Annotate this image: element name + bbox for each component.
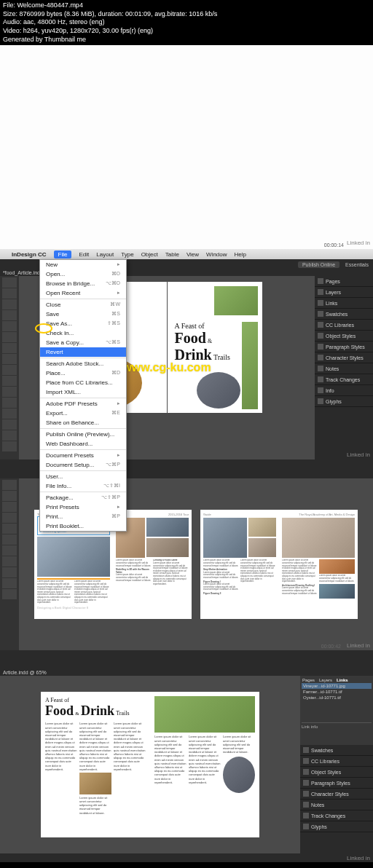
panel-notes[interactable]: Notes bbox=[315, 363, 373, 374]
menu-help[interactable]: Help bbox=[235, 251, 246, 258]
direct-selection-tool-icon[interactable] bbox=[2, 288, 17, 299]
menu-view[interactable]: View bbox=[186, 251, 199, 258]
menu-object[interactable]: Object bbox=[141, 251, 158, 258]
scissors-tool-icon[interactable] bbox=[2, 387, 17, 397]
mac-menubar[interactable]: InDesign CC File Edit Layout Type Object… bbox=[0, 249, 373, 259]
type-tool-icon[interactable] bbox=[2, 524, 17, 534]
spread-page-3[interactable]: Guide Lorem ipsum dolor sit amet consect… bbox=[200, 510, 279, 619]
panel-cc-libraries[interactable]: CC Libraries bbox=[300, 756, 373, 767]
panel-cc-libraries[interactable]: CC Libraries bbox=[315, 320, 373, 331]
menu-web-dashboard[interactable]: Web Dashboard... bbox=[40, 439, 126, 449]
link-row[interactable]: Oyster...id-10771.tif bbox=[302, 695, 372, 701]
gap-tool-icon[interactable] bbox=[2, 310, 17, 320]
panel-object-styles[interactable]: Object Styles bbox=[300, 767, 373, 778]
panel-paragraph-styles[interactable]: Paragraph Styles bbox=[315, 342, 373, 352]
panel-glyphs[interactable]: Glyphs bbox=[300, 821, 373, 832]
panel-glyphs[interactable]: Glyphs bbox=[315, 396, 373, 407]
menu-user[interactable]: User... bbox=[40, 472, 126, 481]
panel-pages[interactable]: Pages bbox=[315, 276, 373, 287]
pen-tool-icon[interactable] bbox=[2, 343, 17, 353]
menu-layout[interactable]: Layout bbox=[96, 251, 114, 258]
right-page[interactable]: A Feast of Food & Drink Trails bbox=[168, 282, 262, 413]
menu-check-in[interactable]: Check In... bbox=[40, 328, 126, 338]
page-tool-icon[interactable] bbox=[2, 299, 17, 309]
type-tool-icon[interactable] bbox=[2, 321, 17, 331]
panel-character-styles[interactable]: Character Styles bbox=[315, 352, 373, 363]
zoom-tool-icon[interactable] bbox=[2, 589, 17, 599]
menu-window[interactable]: Window bbox=[206, 251, 227, 258]
direct-selection-tool-icon[interactable] bbox=[2, 491, 17, 501]
frame-tool-icon[interactable] bbox=[2, 567, 17, 577]
menu-open-recent[interactable]: Open Recent▸ bbox=[40, 288, 126, 298]
panel-track-changes[interactable]: Track Changes bbox=[300, 810, 373, 821]
menu-place-cc[interactable]: Place from CC Libraries... bbox=[40, 378, 126, 387]
pencil-tool-icon[interactable] bbox=[2, 354, 17, 364]
link-row[interactable]: Vineyar...id-10771.jpg bbox=[302, 683, 372, 689]
panel-tab-pages[interactable]: Pages bbox=[302, 678, 315, 682]
gradient-tool-icon[interactable] bbox=[2, 409, 17, 419]
menu-doc-setup[interactable]: Document Setup...⌥⌘P bbox=[40, 460, 126, 470]
left-page[interactable]: A Feast of Food & Drink Trails Lorem ips… bbox=[41, 692, 150, 837]
frame-tool-icon[interactable] bbox=[2, 376, 17, 386]
menu-table[interactable]: Table bbox=[165, 251, 179, 258]
panel-swatches[interactable]: Swatches bbox=[315, 309, 373, 320]
selection-tool-icon[interactable] bbox=[2, 480, 17, 490]
panel-object-styles[interactable]: Object Styles bbox=[315, 331, 373, 342]
publish-online-button[interactable]: Publish Online bbox=[298, 261, 339, 268]
menu-publish-online[interactable]: Publish Online (Preview)... bbox=[40, 430, 126, 439]
spread-page-4[interactable]: The Royal Academy of Art, Media & Design… bbox=[279, 510, 358, 619]
panel-paragraph-styles[interactable]: Paragraph Styles bbox=[300, 778, 373, 789]
menu-edit[interactable]: Edit bbox=[79, 251, 89, 258]
menu-revert[interactable]: Revert bbox=[40, 347, 126, 357]
workspace-switcher[interactable]: Essentials bbox=[345, 262, 369, 267]
menu-new[interactable]: New▸ bbox=[40, 260, 126, 269]
menu-file[interactable]: File bbox=[54, 250, 72, 259]
menu-print-presets[interactable]: Print Presets▸ bbox=[40, 502, 126, 512]
menu-package[interactable]: Package...⌥⇧⌘P bbox=[40, 493, 126, 502]
page-tool-icon[interactable] bbox=[2, 502, 17, 512]
menu-browse-bridge[interactable]: Browse in Bridge...⌥⌘O bbox=[40, 279, 126, 288]
line-tool-icon[interactable] bbox=[2, 332, 17, 342]
menu-search-stock[interactable]: Search Adobe Stock... bbox=[40, 359, 126, 368]
selection-tool-icon[interactable] bbox=[2, 277, 17, 288]
menu-save[interactable]: Save⌘S bbox=[40, 309, 126, 319]
eyedropper-tool-icon[interactable] bbox=[2, 419, 17, 430]
line-tool-icon[interactable] bbox=[2, 534, 17, 545]
panel-notes[interactable]: Notes bbox=[300, 800, 373, 810]
menu-place[interactable]: Place...⌘D bbox=[40, 368, 126, 378]
menu-type[interactable]: Type bbox=[121, 251, 133, 258]
panel-layers[interactable]: Layers bbox=[315, 287, 373, 298]
menu-file-info[interactable]: File Info...⌥⇧⌘I bbox=[40, 481, 126, 491]
document-tab[interactable]: Article.indd @ 65% bbox=[0, 669, 373, 676]
pen-tool-icon[interactable] bbox=[2, 545, 17, 556]
panel-tab-links[interactable]: Links bbox=[337, 678, 348, 682]
menu-pdf-presets[interactable]: Adobe PDF Presets▸ bbox=[40, 399, 126, 409]
menu-print[interactable]: Print...⌘P bbox=[40, 512, 126, 521]
panel-tab-layers[interactable]: Layers bbox=[319, 678, 332, 682]
menu-export[interactable]: Export...⌘E bbox=[40, 409, 126, 418]
transform-tool-icon[interactable] bbox=[2, 398, 17, 408]
menu-close[interactable]: Close⌘W bbox=[40, 300, 126, 309]
menu-save-copy[interactable]: Save a Copy...⌥⌘S bbox=[40, 338, 126, 347]
panel-links[interactable]: Links bbox=[315, 298, 373, 309]
app-name[interactable]: InDesign CC bbox=[12, 251, 47, 258]
canvas[interactable]: A Feast of Food & Drink Trails Lorem ips… bbox=[0, 676, 300, 853]
menu-behance[interactable]: Share on Behance... bbox=[40, 418, 126, 427]
panel-swatches[interactable]: Swatches bbox=[300, 745, 373, 756]
menu-doc-presets[interactable]: Document Presets▸ bbox=[40, 451, 126, 460]
link-row[interactable]: Farmer...id-10771.tif bbox=[302, 689, 372, 695]
rectangle-tool-icon[interactable] bbox=[2, 365, 17, 375]
menu-import-xml[interactable]: Import XML... bbox=[40, 387, 126, 397]
gap-tool-icon[interactable] bbox=[2, 513, 17, 523]
rectangle-tool-icon[interactable] bbox=[2, 556, 17, 567]
zoom-tool-icon[interactable] bbox=[2, 441, 17, 451]
menu-save-as[interactable]: Save As...⇧⌘S bbox=[40, 319, 126, 328]
panel-character-styles[interactable]: Character Styles bbox=[300, 789, 373, 800]
hand-tool-icon[interactable] bbox=[2, 578, 17, 588]
menu-open[interactable]: Open...⌘O bbox=[40, 269, 126, 279]
panel-info[interactable]: Info bbox=[315, 385, 373, 396]
hand-tool-icon[interactable] bbox=[2, 430, 17, 441]
panel-track-changes[interactable]: Track Changes bbox=[315, 374, 373, 385]
menu-print-booklet[interactable]: Print Booklet... bbox=[40, 521, 126, 531]
right-page[interactable]: Lorem ipsum dolor sit amet consectetur a… bbox=[150, 692, 259, 837]
